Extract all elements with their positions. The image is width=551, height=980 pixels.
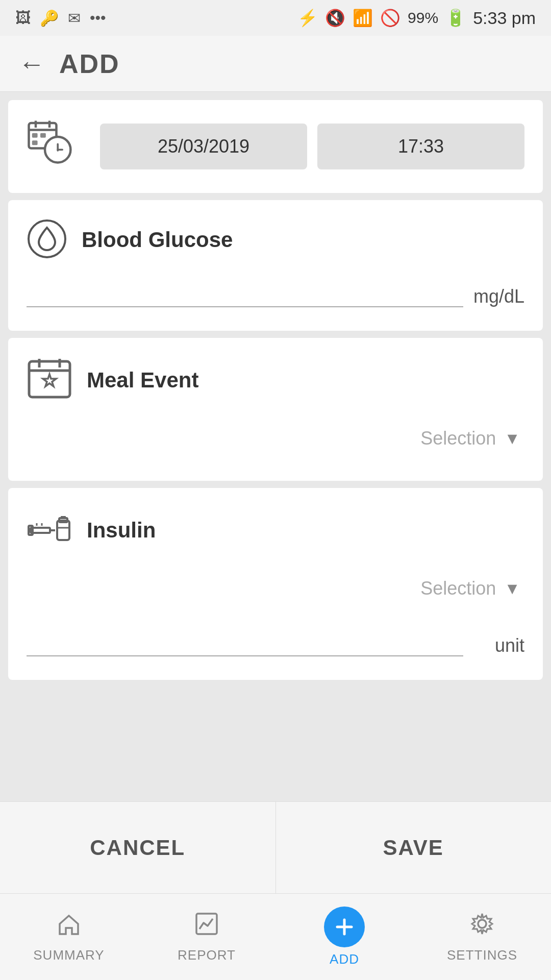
- svg-rect-6: [32, 140, 38, 145]
- more-icon: •••: [90, 9, 106, 27]
- insulin-selection-label: Selection: [420, 578, 496, 599]
- date-time-buttons: 25/03/2019 17:33: [100, 124, 524, 169]
- svg-rect-21: [57, 521, 69, 540]
- blood-glucose-header: Blood Glucose: [27, 218, 524, 261]
- nav-label-report: REPORT: [178, 947, 236, 963]
- nav-label-summary: SUMMARY: [33, 947, 104, 963]
- insulin-header: Insulin: [27, 506, 524, 554]
- status-time: 5:33 pm: [473, 8, 536, 28]
- insulin-value-input[interactable]: [27, 626, 463, 656]
- mail-icon: ✉: [68, 9, 81, 27]
- status-bar: 🖼 🔑 ✉ ••• ⚡ 🔇 📶 🚫 99% 🔋 5:33 pm: [0, 0, 551, 36]
- header: ← ADD: [0, 36, 551, 92]
- svg-rect-4: [32, 133, 38, 138]
- save-button[interactable]: SAVE: [276, 802, 552, 893]
- gear-icon: [469, 911, 495, 943]
- time-button[interactable]: 17:33: [317, 124, 524, 169]
- blood-drop-icon: [27, 218, 67, 261]
- meal-event-card: Meal Event Selection ▼: [8, 338, 543, 481]
- svg-rect-25: [196, 914, 217, 934]
- home-icon: [56, 911, 82, 943]
- insulin-dropdown-row: Selection ▼: [27, 565, 524, 612]
- blood-glucose-input[interactable]: [27, 277, 463, 307]
- svg-rect-11: [29, 361, 70, 397]
- insulin-input-section: unit: [27, 621, 524, 662]
- svg-marker-15: [43, 374, 56, 386]
- insulin-icon: [27, 506, 72, 554]
- battery-percent: 99%: [408, 9, 438, 27]
- gallery-icon: 🖼: [15, 9, 31, 27]
- report-icon: [193, 911, 220, 943]
- main-content: 25/03/2019 17:33 Blood Glucose mg/dL: [0, 92, 551, 801]
- lock-icon: 🔑: [40, 9, 59, 27]
- mute-icon: 🔇: [325, 8, 345, 28]
- bottom-nav: SUMMARY REPORT ADD SETTINGS: [0, 893, 551, 980]
- meal-event-title: Meal Event: [87, 368, 198, 393]
- blood-glucose-card: Blood Glucose mg/dL: [8, 200, 543, 331]
- battery-icon: 🔋: [445, 8, 466, 28]
- blood-glucose-unit: mg/dL: [473, 286, 524, 307]
- insulin-card: Insulin Selection ▼ unit: [8, 488, 543, 680]
- insulin-dropdown-arrow: ▼: [504, 579, 520, 598]
- insulin-title: Insulin: [87, 518, 156, 543]
- svg-point-28: [478, 920, 486, 928]
- nav-item-add[interactable]: ADD: [276, 894, 413, 980]
- blood-glucose-title: Blood Glucose: [82, 228, 233, 252]
- status-bar-right: ⚡ 🔇 📶 🚫 99% 🔋 5:33 pm: [297, 8, 536, 28]
- nav-item-settings[interactable]: SETTINGS: [413, 894, 551, 980]
- nav-item-report[interactable]: REPORT: [138, 894, 276, 980]
- datetime-card: 25/03/2019 17:33: [8, 100, 543, 193]
- insulin-dropdown[interactable]: Selection ▼: [416, 570, 524, 607]
- calendar-time-icon: [27, 118, 88, 175]
- insulin-unit: unit: [473, 635, 524, 656]
- cancel-button[interactable]: CANCEL: [0, 802, 276, 893]
- add-button-circle[interactable]: [324, 906, 365, 947]
- meal-event-dropdown-row: Selection ▼: [27, 414, 524, 462]
- block-icon: 🚫: [380, 8, 400, 28]
- insulin-input-row: unit: [27, 621, 524, 662]
- blood-glucose-input-row: mg/dL: [27, 272, 524, 312]
- svg-rect-23: [61, 516, 66, 519]
- back-button[interactable]: ←: [18, 48, 45, 79]
- meal-event-selection-label: Selection: [420, 428, 496, 449]
- meal-event-dropdown-arrow: ▼: [504, 429, 520, 448]
- wifi-icon: 📶: [353, 8, 373, 28]
- meal-event-icon: [27, 356, 72, 404]
- nav-item-summary[interactable]: SUMMARY: [0, 894, 138, 980]
- svg-rect-5: [40, 133, 46, 138]
- bluetooth-icon: ⚡: [297, 8, 318, 28]
- svg-point-10: [29, 220, 65, 257]
- nav-label-settings: SETTINGS: [447, 947, 517, 963]
- meal-event-header: Meal Event: [27, 356, 524, 404]
- action-buttons: CANCEL SAVE: [0, 801, 551, 893]
- page-title: ADD: [59, 48, 120, 79]
- date-button[interactable]: 25/03/2019: [100, 124, 307, 169]
- nav-label-add: ADD: [330, 951, 359, 967]
- meal-event-dropdown[interactable]: Selection ▼: [416, 420, 524, 457]
- status-bar-left: 🖼 🔑 ✉ •••: [15, 9, 106, 27]
